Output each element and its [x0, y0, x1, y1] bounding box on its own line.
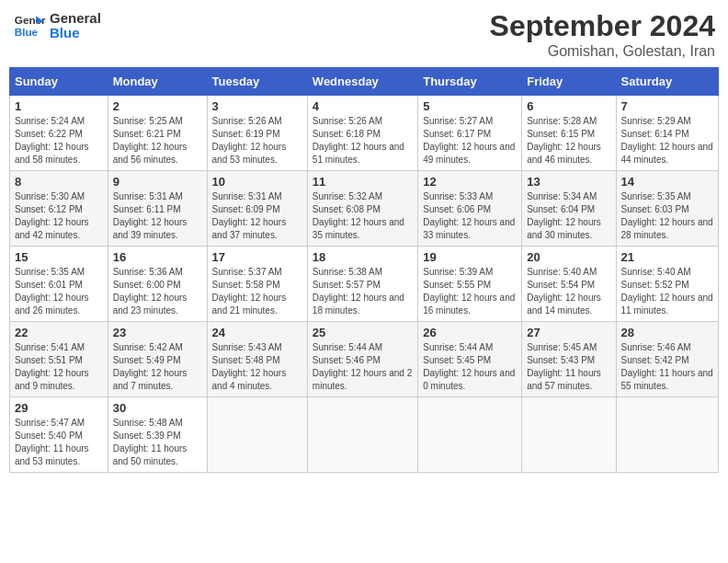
day-detail: Sunrise: 5:43 AMSunset: 5:48 PMDaylight:…	[212, 341, 302, 393]
day-number: 29	[15, 401, 103, 415]
logo-icon: General Blue	[13, 9, 46, 42]
calendar-cell: 13 Sunrise: 5:34 AMSunset: 6:04 PMDaylig…	[522, 171, 616, 247]
calendar-cell: 18 Sunrise: 5:38 AMSunset: 5:57 PMDaylig…	[307, 247, 417, 322]
day-detail: Sunrise: 5:45 AMSunset: 5:43 PMDaylight:…	[527, 341, 610, 393]
calendar-cell: 23 Sunrise: 5:42 AMSunset: 5:49 PMDaylig…	[108, 322, 207, 397]
day-detail: Sunrise: 5:31 AMSunset: 6:09 PMDaylight:…	[212, 190, 302, 242]
calendar-cell: 15 Sunrise: 5:35 AMSunset: 6:01 PMDaylig…	[10, 247, 108, 322]
header-monday: Monday	[108, 68, 207, 96]
day-number: 17	[212, 250, 302, 264]
day-number: 8	[15, 175, 103, 189]
header-thursday: Thursday	[418, 68, 522, 96]
calendar-cell: 11 Sunrise: 5:32 AMSunset: 6:08 PMDaylig…	[307, 171, 417, 247]
day-number: 11	[313, 175, 413, 189]
day-detail: Sunrise: 5:33 AMSunset: 6:06 PMDaylight:…	[423, 190, 517, 242]
calendar-cell: 19 Sunrise: 5:39 AMSunset: 5:55 PMDaylig…	[418, 247, 522, 322]
calendar-cell: 22 Sunrise: 5:41 AMSunset: 5:51 PMDaylig…	[10, 322, 108, 397]
day-number: 12	[423, 175, 517, 189]
calendar-cell: 12 Sunrise: 5:33 AMSunset: 6:06 PMDaylig…	[418, 171, 522, 247]
calendar-cell: 9 Sunrise: 5:31 AMSunset: 6:11 PMDayligh…	[108, 171, 207, 247]
day-number: 19	[423, 250, 517, 264]
calendar-cell: 21 Sunrise: 5:40 AMSunset: 5:52 PMDaylig…	[616, 247, 718, 322]
day-detail: Sunrise: 5:38 AMSunset: 5:57 PMDaylight:…	[313, 266, 413, 317]
calendar-cell	[522, 397, 616, 473]
day-detail: Sunrise: 5:39 AMSunset: 5:55 PMDaylight:…	[423, 266, 517, 317]
calendar-cell: 4 Sunrise: 5:26 AMSunset: 6:18 PMDayligh…	[307, 96, 417, 171]
calendar-cell: 17 Sunrise: 5:37 AMSunset: 5:58 PMDaylig…	[207, 247, 307, 322]
header-row: SundayMondayTuesdayWednesdayThursdayFrid…	[10, 68, 719, 96]
day-detail: Sunrise: 5:44 AMSunset: 5:45 PMDaylight:…	[423, 341, 517, 393]
day-detail: Sunrise: 5:31 AMSunset: 6:11 PMDaylight:…	[113, 190, 202, 242]
day-number: 21	[621, 250, 713, 264]
day-number: 22	[15, 326, 103, 339]
page-subtitle: Gomishan, Golestan, Iran	[490, 43, 715, 60]
calendar-cell: 29 Sunrise: 5:47 AMSunset: 5:40 PMDaylig…	[10, 397, 108, 473]
day-number: 1	[15, 99, 103, 113]
calendar-cell: 6 Sunrise: 5:28 AMSunset: 6:15 PMDayligh…	[522, 96, 616, 171]
day-number: 26	[423, 326, 517, 339]
day-number: 20	[527, 250, 610, 264]
day-detail: Sunrise: 5:26 AMSunset: 6:18 PMDaylight:…	[313, 115, 413, 167]
day-detail: Sunrise: 5:40 AMSunset: 5:54 PMDaylight:…	[527, 266, 610, 317]
calendar-cell: 25 Sunrise: 5:44 AMSunset: 5:46 PMDaylig…	[307, 322, 417, 397]
header-friday: Friday	[522, 68, 616, 96]
calendar-week-2: 8 Sunrise: 5:30 AMSunset: 6:12 PMDayligh…	[10, 171, 719, 247]
day-detail: Sunrise: 5:34 AMSunset: 6:04 PMDaylight:…	[527, 190, 610, 242]
day-detail: Sunrise: 5:37 AMSunset: 5:58 PMDaylight:…	[212, 266, 302, 317]
day-number: 13	[527, 175, 610, 189]
day-number: 24	[212, 326, 302, 339]
day-detail: Sunrise: 5:28 AMSunset: 6:15 PMDaylight:…	[527, 115, 610, 167]
header-tuesday: Tuesday	[207, 68, 307, 96]
calendar-table: SundayMondayTuesdayWednesdayThursdayFrid…	[9, 67, 719, 473]
calendar-cell: 16 Sunrise: 5:36 AMSunset: 6:00 PMDaylig…	[108, 247, 207, 322]
calendar-cell	[616, 397, 718, 473]
day-number: 16	[113, 250, 202, 264]
day-number: 28	[621, 326, 713, 339]
header-sunday: Sunday	[10, 68, 108, 96]
day-detail: Sunrise: 5:27 AMSunset: 6:17 PMDaylight:…	[423, 115, 517, 167]
page-title: September 2024	[490, 9, 715, 43]
calendar-cell: 3 Sunrise: 5:26 AMSunset: 6:19 PMDayligh…	[207, 96, 307, 171]
svg-text:Blue: Blue	[15, 26, 39, 38]
calendar-cell	[207, 397, 307, 473]
day-number: 2	[113, 99, 202, 113]
calendar-cell	[307, 397, 417, 473]
logo-line1: General	[50, 11, 101, 27]
day-detail: Sunrise: 5:48 AMSunset: 5:39 PMDaylight:…	[113, 417, 202, 468]
day-detail: Sunrise: 5:26 AMSunset: 6:19 PMDaylight:…	[212, 115, 302, 167]
day-detail: Sunrise: 5:40 AMSunset: 5:52 PMDaylight:…	[621, 266, 713, 317]
calendar-cell: 14 Sunrise: 5:35 AMSunset: 6:03 PMDaylig…	[616, 171, 718, 247]
day-number: 10	[212, 175, 302, 189]
page-header: General Blue General Blue September 2024…	[9, 9, 719, 60]
calendar-week-1: 1 Sunrise: 5:24 AMSunset: 6:22 PMDayligh…	[10, 96, 719, 171]
day-number: 3	[212, 99, 302, 113]
calendar-cell: 2 Sunrise: 5:25 AMSunset: 6:21 PMDayligh…	[108, 96, 207, 171]
day-number: 5	[423, 99, 517, 113]
day-detail: Sunrise: 5:30 AMSunset: 6:12 PMDaylight:…	[15, 190, 103, 242]
day-detail: Sunrise: 5:42 AMSunset: 5:49 PMDaylight:…	[113, 341, 202, 393]
day-detail: Sunrise: 5:25 AMSunset: 6:21 PMDaylight:…	[113, 115, 202, 167]
day-detail: Sunrise: 5:44 AMSunset: 5:46 PMDaylight:…	[313, 341, 413, 393]
calendar-cell: 5 Sunrise: 5:27 AMSunset: 6:17 PMDayligh…	[418, 96, 522, 171]
logo: General Blue General Blue	[13, 9, 101, 42]
day-number: 27	[527, 326, 610, 339]
header-saturday: Saturday	[616, 68, 718, 96]
calendar-cell: 27 Sunrise: 5:45 AMSunset: 5:43 PMDaylig…	[522, 322, 616, 397]
calendar-cell: 28 Sunrise: 5:46 AMSunset: 5:42 PMDaylig…	[616, 322, 718, 397]
day-detail: Sunrise: 5:35 AMSunset: 6:03 PMDaylight:…	[621, 190, 713, 242]
day-detail: Sunrise: 5:47 AMSunset: 5:40 PMDaylight:…	[15, 417, 103, 468]
day-number: 9	[113, 175, 202, 189]
day-number: 7	[621, 99, 713, 113]
calendar-cell: 20 Sunrise: 5:40 AMSunset: 5:54 PMDaylig…	[522, 247, 616, 322]
svg-text:General: General	[15, 14, 46, 26]
day-number: 25	[313, 326, 413, 339]
day-detail: Sunrise: 5:46 AMSunset: 5:42 PMDaylight:…	[621, 341, 713, 393]
calendar-cell: 7 Sunrise: 5:29 AMSunset: 6:14 PMDayligh…	[616, 96, 718, 171]
day-number: 6	[527, 99, 610, 113]
calendar-cell	[418, 397, 522, 473]
day-number: 30	[113, 401, 202, 415]
calendar-cell: 1 Sunrise: 5:24 AMSunset: 6:22 PMDayligh…	[10, 96, 108, 171]
day-number: 23	[113, 326, 202, 339]
logo-line2: Blue	[50, 26, 101, 41]
day-number: 18	[313, 250, 413, 264]
